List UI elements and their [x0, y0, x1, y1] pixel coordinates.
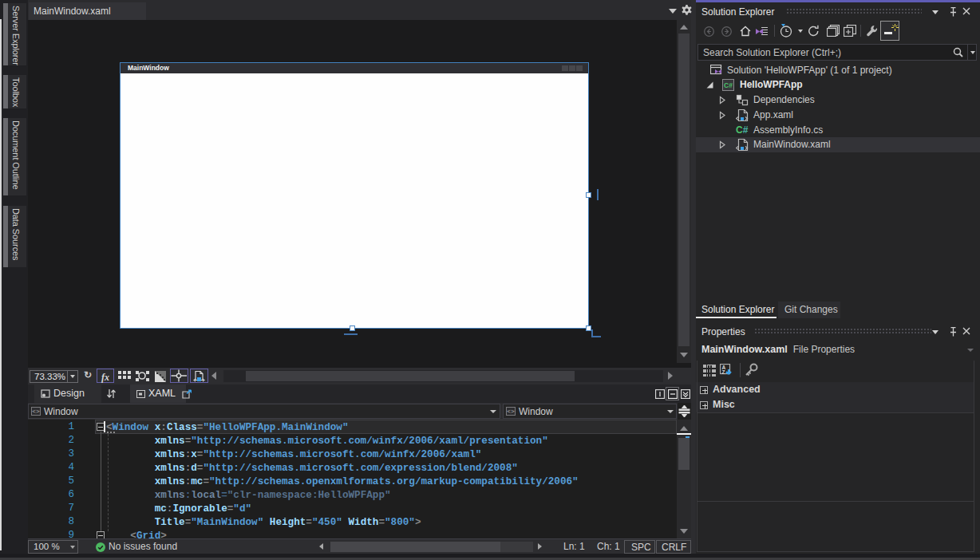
svg-text:Z: Z — [722, 369, 725, 375]
